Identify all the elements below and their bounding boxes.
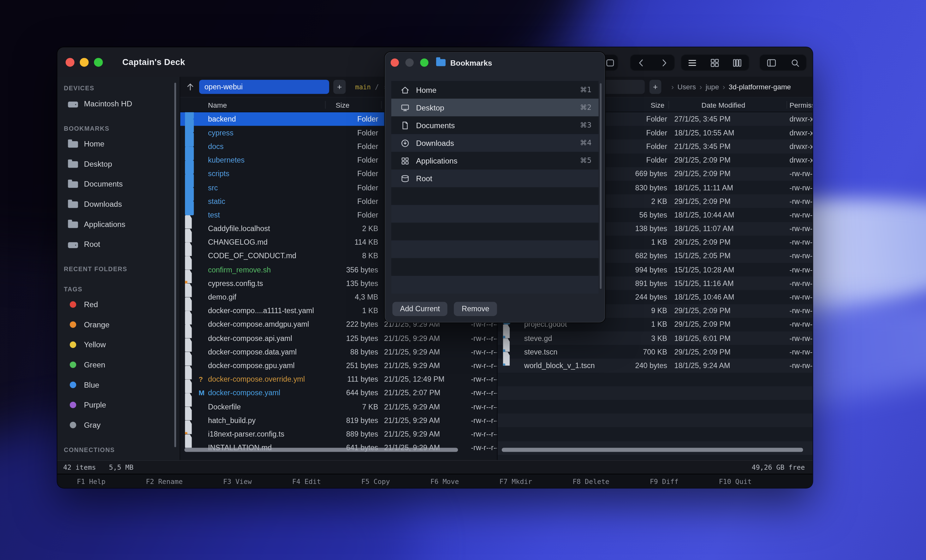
fnkey-f8[interactable]: F8 Delete [572,477,610,485]
sidebar-item-label: Documents [84,179,123,188]
folder-icon [68,181,78,188]
file-row[interactable]: docker-compose.gpu.yaml251 bytes21/1/25,… [180,359,497,372]
folder-icon [436,59,446,66]
sidebar-item-orange[interactable]: Orange [57,315,180,334]
breadcrumb-item-users[interactable]: Users [677,83,696,91]
file-icon [185,283,192,297]
file-row[interactable]: steve.gd3 KB18/1/25, 6:01 PM-rw-rw-r-- [498,331,813,345]
sidebar-item-documents[interactable]: Documents [57,174,180,194]
dialog-scrollbar[interactable] [600,83,602,289]
column-header-name[interactable]: Name [208,98,227,112]
sidebar-item-green[interactable]: Green [57,354,180,375]
file-row[interactable]: ?docker-compose.override.yml111 bytes21/… [180,372,497,386]
left-add-tab-button[interactable]: + [333,80,346,94]
file-code-icon [185,270,192,283]
file-size: 8 KB [298,249,378,263]
list-view-button[interactable] [681,54,703,71]
column-header-permissions[interactable]: Permissions [790,98,813,112]
column-header-size[interactable]: Size [336,98,350,112]
file-perm: -rw-rw-r-- [790,167,813,180]
file-row[interactable]: steve.tscn700 KB29/1/25, 2:09 PM-rw-rw-r… [498,345,813,359]
grid-view-button[interactable] [703,54,726,71]
dialog-titlebar: Bookmarks [436,53,492,73]
file-icon [185,338,192,352]
fnkey-f3[interactable]: F3 View [223,477,252,485]
remove-button[interactable]: Remove [454,302,497,316]
folder-icon [185,201,194,215]
file-row[interactable]: world_block_v_1.tscn240 bytes18/1/25, 9:… [498,359,813,372]
sidebar-toggle-button[interactable] [760,54,783,71]
column-header-date-modified[interactable]: Date Modified [702,98,746,112]
fnkey-f5[interactable]: F5 Copy [362,477,390,485]
grid-view-icon [709,57,720,68]
tab-icon [604,57,616,68]
file-icon [185,229,192,242]
add-current-button[interactable]: Add Current [392,302,448,316]
file-date: 18/1/25, 6:01 PM [674,331,730,345]
fnkey-f10[interactable]: F10 Quit [719,477,752,485]
bookmark-row-downloads[interactable]: Downloads⌘4 [391,134,599,152]
sidebar-item-label: Green [84,360,105,369]
file-size: 88 bytes [298,345,378,359]
file-date: 29/1/25, 2:09 PM [674,167,730,180]
apps-icon [399,156,411,166]
sidebar-item-blue[interactable]: Blue [57,374,180,395]
fnkey-f2[interactable]: F2 Rename [146,477,183,485]
file-name: demo.gif [208,291,236,304]
sidebar-section-title: TAGS [57,283,180,294]
sidebar-section-bookmarks: BOOKMARKSHomeDesktopDocumentsDownloadsAp… [57,123,180,254]
sidebar-item-root[interactable]: Root [57,234,180,254]
sidebar-item-home[interactable]: Home [57,133,180,154]
file-size: 644 bytes [298,386,378,400]
file-date: 18/1/25, 10:55 AM [674,126,734,139]
file-row[interactable]: Mdocker-compose.yaml644 bytes21/1/25, 2:… [180,386,497,400]
sidebar-item-yellow[interactable]: Yellow [57,334,180,354]
minimize-button[interactable] [80,58,89,66]
breadcrumb-item-jupe[interactable]: jupe [706,83,719,91]
breadcrumb-separator: › [671,82,674,91]
fnkey-f6[interactable]: F6 Move [430,477,459,485]
file-row[interactable]: hatch_build.py819 bytes21/1/25, 9:29 AM-… [180,413,497,427]
right-horizontal-scrollbar[interactable] [502,448,803,452]
sidebar-scrollbar[interactable] [174,83,176,447]
columns-view-button[interactable] [726,54,748,71]
left-horizontal-scrollbar[interactable] [184,448,458,452]
toolbar-view-group [681,54,749,71]
bookmark-row-applications[interactable]: Applications⌘5 [391,152,599,170]
bookmark-row-home[interactable]: Home⌘1 [391,81,599,98]
bookmark-row-desktop[interactable]: Desktop⌘2 [391,99,599,117]
fnkey-f9[interactable]: F9 Diff [650,477,679,485]
fnkey-f4[interactable]: F4 Edit [292,477,321,485]
left-path-field[interactable]: open-webui [199,80,329,94]
back-button[interactable] [630,54,652,71]
file-row[interactable]: docker-compose.data.yaml88 bytes21/1/25,… [180,345,497,359]
right-add-tab-button[interactable]: + [649,80,661,94]
bookmark-row-documents[interactable]: Documents⌘3 [391,117,599,134]
file-row[interactable]: docker-compose.api.yaml125 bytes21/1/25,… [180,331,497,345]
sidebar-item-purple[interactable]: Purple [57,395,180,415]
column-header-size[interactable]: Size [651,98,665,112]
sidebar-item-desktop[interactable]: Desktop [57,154,180,174]
tag-dot [70,381,76,388]
bookmark-row-root[interactable]: Root [391,170,599,187]
file-name: confirm_remove.sh [208,263,271,277]
fnkey-f1[interactable]: F1 Help [77,477,105,485]
breadcrumb-item-3d-platformer-game[interactable]: 3d-platformer-game [729,83,791,91]
file-row[interactable]: i18next-parser.config.ts889 bytes21/1/25… [180,427,497,441]
sidebar-item-applications[interactable]: Applications [57,214,180,234]
close-button[interactable] [66,58,74,66]
bookmarks-empty-row [391,187,599,205]
bookmark-shortcut: ⌘2 [580,103,592,111]
file-row[interactable]: Dockerfile7 KB21/1/25, 9:29 AM-rw-r--r-- [180,400,497,413]
dialog-zoom-button[interactable] [420,58,428,67]
up-button[interactable] [184,80,197,94]
sidebar-item-macintosh-hd[interactable]: Macintosh HD [57,94,180,114]
forward-button[interactable] [652,54,675,71]
sidebar-item-red[interactable]: Red [57,294,180,315]
dialog-close-button[interactable] [391,58,399,67]
zoom-button[interactable] [94,58,103,66]
search-button[interactable] [783,54,807,71]
sidebar-item-downloads[interactable]: Downloads [57,194,180,214]
fnkey-f7[interactable]: F7 Mkdir [499,477,532,485]
sidebar-item-gray[interactable]: Gray [57,415,180,435]
